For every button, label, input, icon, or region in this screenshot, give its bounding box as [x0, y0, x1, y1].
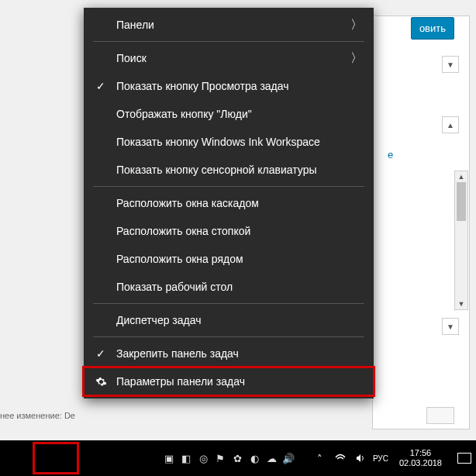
collapse-toggle-1[interactable]: ▼ — [442, 56, 459, 73]
menu-item-label: Показать кнопку Просмотра задач — [116, 80, 289, 92]
chevron-up-icon[interactable]: ˄ — [314, 452, 326, 464]
tray-app-icon[interactable]: ✿ — [231, 452, 243, 464]
notifications-icon[interactable] — [457, 453, 471, 464]
tray-app-icon[interactable]: ▣ — [163, 452, 175, 464]
chevron-right-icon: 〉 — [350, 50, 363, 67]
menu-item[interactable]: Расположить окна каскадом — [84, 189, 374, 217]
menu-item[interactable]: Параметры панели задач — [84, 367, 374, 395]
taskbar-app-icons: ▣ ◧ ◎ ⚑ ✿ ◐ ☁ 🔊 — [163, 440, 295, 476]
menu-item-label: Поиск — [116, 52, 147, 64]
tray-app-icon[interactable]: ◧ — [180, 452, 192, 464]
menu-item-label: Показать кнопку сенсорной клавиатуры — [116, 164, 317, 176]
menu-item[interactable]: Отображать кнопку "Люди" — [84, 100, 374, 128]
tray-app-icon[interactable]: 🔊 — [282, 452, 295, 464]
system-tray: ˄ РУС 17:56 02.03.2018 — [314, 440, 471, 476]
menu-item-label: Расположить окна каскадом — [116, 197, 259, 209]
menu-separator — [93, 186, 364, 187]
taskbar-clock[interactable]: 17:56 02.03.2018 — [395, 448, 447, 468]
check-icon: ✓ — [95, 80, 107, 92]
network-icon[interactable] — [334, 452, 347, 464]
tray-app-icon[interactable]: ☁ — [265, 452, 278, 464]
taskbar-context-menu: Панели〉Поиск〉✓Показать кнопку Просмотра … — [84, 8, 374, 398]
menu-item-label: Показать кнопку Windows Ink Workspace — [116, 136, 320, 148]
chevron-right-icon: 〉 — [350, 17, 363, 33]
menu-item-label: Закрепить панель задач — [116, 347, 239, 360]
background-link[interactable]: e — [388, 149, 393, 160]
menu-separator — [93, 303, 364, 304]
collapse-toggle-3[interactable]: ▼ — [442, 318, 459, 335]
tray-app-icon[interactable]: ◎ — [197, 452, 209, 464]
scrollbar[interactable]: ▲ ▼ — [454, 171, 468, 310]
scroll-up-icon[interactable]: ▲ — [455, 171, 467, 182]
menu-item[interactable]: Расположить окна стопкой — [84, 217, 374, 245]
menu-item[interactable]: Расположить окна рядом — [84, 245, 374, 273]
scroll-down-icon[interactable]: ▼ — [455, 298, 467, 309]
tray-app-icon[interactable]: ⚑ — [214, 452, 226, 464]
menu-item-label: Диспетчер задач — [116, 314, 202, 326]
menu-item[interactable]: Показать кнопку Windows Ink Workspace — [84, 128, 374, 156]
language-indicator[interactable]: РУС — [374, 452, 387, 464]
menu-item-label: Расположить окна стопкой — [116, 225, 250, 237]
annotation-start-highlight — [33, 442, 79, 474]
last-modified-label: нее изменение: Dе — [0, 411, 75, 420]
tray-app-icon[interactable]: ◐ — [248, 452, 260, 464]
taskbar[interactable]: ▣ ◧ ◎ ⚑ ✿ ◐ ☁ 🔊 ˄ РУС 17:56 02.03.2018 — [0, 440, 476, 476]
menu-separator — [93, 41, 364, 42]
menu-item[interactable]: ✓Показать кнопку Просмотра задач — [84, 72, 374, 100]
volume-icon[interactable] — [354, 452, 367, 464]
menu-item-label: Показать рабочий стол — [116, 281, 233, 293]
menu-item-label: Расположить окна рядом — [116, 253, 243, 265]
collapse-toggle-2[interactable]: ▲ — [442, 116, 459, 133]
menu-item-label: Панели — [116, 19, 154, 31]
menu-separator — [93, 336, 364, 337]
menu-item[interactable]: ✓Закрепить панель задач — [84, 340, 374, 367]
background-save-button[interactable]: овить — [411, 17, 454, 40]
background-small-button[interactable] — [426, 407, 454, 424]
menu-item-label: Параметры панели задач — [116, 375, 245, 388]
scroll-thumb[interactable] — [457, 182, 466, 221]
check-icon: ✓ — [95, 347, 107, 360]
menu-item[interactable]: Показать рабочий стол — [84, 273, 374, 301]
clock-date: 02.03.2018 — [399, 458, 442, 468]
menu-item[interactable]: Диспетчер задач — [84, 306, 374, 334]
menu-item[interactable]: Панели〉 — [84, 11, 374, 39]
menu-item[interactable]: Поиск〉 — [84, 44, 374, 72]
menu-item[interactable]: Показать кнопку сенсорной клавиатуры — [84, 156, 374, 184]
clock-time: 17:56 — [399, 448, 442, 458]
gear-icon — [95, 375, 107, 388]
menu-item-label: Отображать кнопку "Люди" — [116, 108, 252, 120]
